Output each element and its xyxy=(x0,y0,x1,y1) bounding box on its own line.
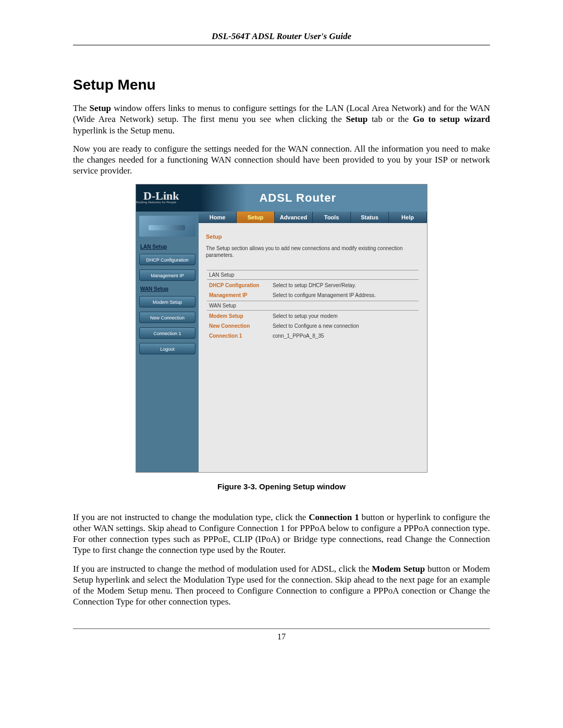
group-label-wan: WAN Setup xyxy=(207,301,419,311)
logo-text: D-Link xyxy=(136,192,179,200)
link-modem[interactable]: Modem Setup xyxy=(209,313,243,319)
sidebar-btn-newconn[interactable]: New Connection xyxy=(139,312,195,323)
paragraph-2: Now you are ready to configure the setti… xyxy=(73,143,490,177)
content-table: LAN Setup DHCP Configuration Select to s… xyxy=(206,269,420,341)
table-row: Modem Setup Select to setup your modem xyxy=(207,312,419,320)
text-bold: Modem Setup xyxy=(372,564,425,574)
router-tabs: Home Setup Advanced Tools Status Help xyxy=(199,212,427,223)
text-bold: Setup xyxy=(90,103,112,113)
router-sidebar: LAN Setup DHCP Configuration Management … xyxy=(136,212,199,472)
text-bold: Go to setup wizard xyxy=(413,114,490,124)
link-newconn[interactable]: New Connection xyxy=(209,323,250,329)
router-main: Home Setup Advanced Tools Status Help Se… xyxy=(199,212,427,472)
content-heading: Setup xyxy=(206,233,420,240)
content-intro: The Setup section allows you to add new … xyxy=(206,245,420,258)
link-conn1[interactable]: Connection 1 xyxy=(209,333,242,339)
desc-modem: Select to setup your modem xyxy=(271,312,419,320)
group-row-lan: LAN Setup xyxy=(207,270,419,280)
router-header: D-Link Building Networks for People ADSL… xyxy=(136,184,427,212)
desc-dhcp: Select to setup DHCP Server/Relay. xyxy=(271,281,419,290)
text-bold: Connection 1 xyxy=(309,512,359,522)
tab-status[interactable]: Status xyxy=(351,212,389,223)
tab-advanced[interactable]: Advanced xyxy=(275,212,313,223)
logo-tagline: Building Networks for People xyxy=(136,201,179,204)
router-content: Setup The Setup section allows you to ad… xyxy=(199,223,427,352)
device-image xyxy=(139,216,195,237)
sidebar-btn-dhcp[interactable]: DHCP Configuration xyxy=(139,254,195,265)
desc-conn1: conn_1_PPPoA_8_35 xyxy=(271,331,419,340)
link-mgmt[interactable]: Management IP xyxy=(209,292,247,298)
sidebar-heading-lan: LAN Setup xyxy=(140,244,195,250)
group-label-lan: LAN Setup xyxy=(207,270,419,280)
table-row: New Connection Select to Configure a new… xyxy=(207,322,419,330)
text: hyperlink is the Setup menu. xyxy=(73,126,175,135)
dlink-logo: D-Link Building Networks for People xyxy=(136,192,179,204)
sidebar-btn-logout[interactable]: Logout xyxy=(139,343,195,354)
text-bold: Setup xyxy=(346,114,368,124)
sidebar-btn-modem[interactable]: Modem Setup xyxy=(139,296,195,307)
paragraph-1: The Setup window offers links to menus t… xyxy=(73,103,490,136)
paragraph-4: If you are instructed to change the meth… xyxy=(73,563,490,608)
sidebar-btn-conn1[interactable]: Connection 1 xyxy=(139,327,195,339)
tab-setup[interactable]: Setup xyxy=(237,212,275,223)
group-row-wan: WAN Setup xyxy=(207,301,419,311)
figure-caption: Figure 3-3. Opening Setup window xyxy=(73,482,490,491)
desc-mgmt: Select to configure Management IP Addres… xyxy=(271,291,419,300)
doc-header: DSL-564T ADSL Router User's Guide xyxy=(73,31,490,45)
link-dhcp[interactable]: DHCP Configuration xyxy=(209,282,259,288)
paragraph-3: If you are not instructed to change the … xyxy=(73,512,490,556)
tab-tools[interactable]: Tools xyxy=(313,212,351,223)
router-title: ADSL Router xyxy=(179,191,427,205)
sidebar-btn-mgmt[interactable]: Management IP xyxy=(139,269,195,281)
table-row: Connection 1 conn_1_PPPoA_8_35 xyxy=(207,331,419,340)
page-footer: 17 xyxy=(73,628,490,641)
router-screenshot: D-Link Building Networks for People ADSL… xyxy=(136,184,427,473)
desc-newconn: Select to Configure a new connection xyxy=(271,322,419,330)
text: If you are not instructed to change the … xyxy=(73,512,309,522)
tab-home[interactable]: Home xyxy=(199,212,237,223)
sidebar-heading-wan: WAN Setup xyxy=(140,286,195,292)
tab-help[interactable]: Help xyxy=(389,212,427,223)
text: The xyxy=(73,103,90,113)
table-row: Management IP Select to configure Manage… xyxy=(207,291,419,300)
section-title: Setup Menu xyxy=(73,77,490,93)
table-row: DHCP Configuration Select to setup DHCP … xyxy=(207,281,419,290)
text: If you are instructed to change the meth… xyxy=(73,564,372,574)
text: tab or the xyxy=(368,114,413,124)
page-number: 17 xyxy=(277,632,286,641)
